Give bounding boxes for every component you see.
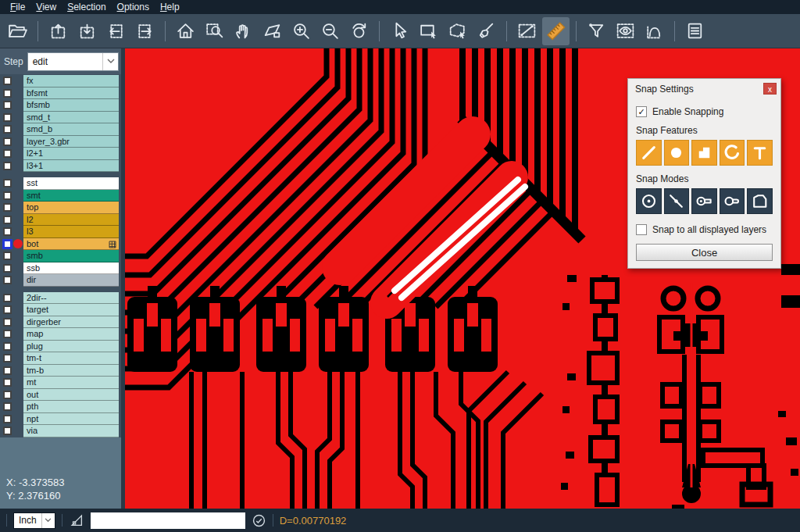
- all-layers-checkbox[interactable]: [636, 224, 647, 235]
- close-icon[interactable]: x: [763, 83, 777, 95]
- menu-item-help[interactable]: Help: [155, 0, 185, 14]
- layer-row-dir[interactable]: dir: [0, 274, 121, 287]
- report-list-button[interactable]: [681, 17, 709, 45]
- layer-name[interactable]: map: [23, 328, 119, 341]
- layer-row-smd_b[interactable]: smd_b: [0, 123, 121, 136]
- layer-name[interactable]: target: [23, 304, 119, 316]
- layer-name[interactable]: dirgerber: [23, 316, 119, 329]
- layer-name[interactable]: l2: [23, 214, 119, 227]
- layer-name[interactable]: 2dir--: [23, 292, 119, 305]
- snap-mode-midpoint-button[interactable]: [664, 188, 690, 214]
- snap-feature-arc-button[interactable]: [720, 140, 745, 166]
- layer-checkbox[interactable]: [3, 264, 12, 273]
- zoom-home-button[interactable]: [172, 17, 199, 45]
- layer-name[interactable]: bfsmt: [23, 87, 119, 100]
- layer-checkbox[interactable]: [3, 113, 12, 122]
- layer-checkbox[interactable]: [3, 378, 12, 387]
- layer-name[interactable]: fx: [23, 75, 119, 87]
- layer-name[interactable]: smt: [23, 190, 119, 202]
- layer-row-dirgerber[interactable]: dirgerber: [0, 316, 121, 329]
- unit-select[interactable]: Inch: [13, 512, 55, 529]
- layer-row-via[interactable]: via: [0, 425, 121, 437]
- layer-name[interactable]: plug: [23, 341, 119, 353]
- layer-checkbox[interactable]: [3, 216, 12, 224]
- layer-name[interactable]: tm-b: [23, 365, 119, 377]
- layer-row-l3[interactable]: l3: [0, 226, 121, 238]
- layer-checkbox[interactable]: [3, 402, 12, 411]
- layer-row-bfsmt[interactable]: bfsmt: [0, 87, 121, 100]
- snap-mode-center-button[interactable]: [636, 188, 662, 214]
- layer-row-top[interactable]: top: [0, 202, 121, 214]
- layer-name[interactable]: via: [23, 425, 119, 437]
- layer-checkbox[interactable]: [3, 342, 12, 351]
- snap-mode-pad-gate-filled-button[interactable]: [691, 188, 717, 214]
- layer-checkbox[interactable]: [3, 149, 12, 158]
- menu-item-file[interactable]: File: [5, 0, 30, 14]
- layer-row-smt[interactable]: smt: [0, 190, 121, 202]
- layer-checkbox[interactable]: [3, 240, 12, 248]
- zoom-in-button[interactable]: [288, 17, 315, 45]
- layer-name[interactable]: top: [23, 202, 119, 214]
- layer-checkbox[interactable]: [3, 89, 12, 98]
- layer-row-smb[interactable]: smb: [0, 250, 121, 262]
- layer-checkbox[interactable]: [3, 203, 12, 212]
- layer-row-fx[interactable]: fx: [0, 75, 121, 87]
- measure-points-button[interactable]: [513, 17, 541, 45]
- layer-name[interactable]: ssb: [23, 262, 119, 275]
- layer-row-target[interactable]: target: [0, 304, 121, 316]
- dialog-titlebar[interactable]: Snap Settings x: [628, 79, 780, 98]
- layer-checkbox[interactable]: [3, 294, 12, 302]
- layer-checkbox[interactable]: [3, 354, 12, 362]
- layer-checkbox[interactable]: [3, 391, 12, 399]
- close-button[interactable]: Close: [636, 244, 773, 261]
- layer-checkbox[interactable]: [3, 427, 12, 435]
- layer-row-tm-t[interactable]: tm-t: [0, 352, 121, 365]
- pcb-canvas[interactable]: Snap Settings x ✓ Enable Snapping Snap F…: [125, 48, 800, 509]
- layer-checkbox[interactable]: [3, 162, 12, 170]
- layer-checkbox[interactable]: [3, 276, 12, 284]
- layer-name[interactable]: bfsmb: [23, 99, 119, 112]
- layer-row-mt[interactable]: mt: [0, 377, 121, 389]
- pan-hand-button[interactable]: [230, 17, 257, 45]
- layer-name[interactable]: bot: [23, 238, 119, 251]
- layer-checkbox[interactable]: [3, 77, 12, 85]
- layer-name[interactable]: smd_t: [23, 112, 119, 124]
- open-project-button[interactable]: [4, 17, 31, 45]
- view-options-button[interactable]: [612, 17, 639, 45]
- step-select[interactable]: edit: [27, 52, 119, 71]
- layer-checkbox[interactable]: [3, 366, 12, 375]
- menu-item-selection[interactable]: Selection: [62, 0, 111, 14]
- layer-row-l3+1[interactable]: l3+1: [0, 160, 121, 173]
- select-polygon-button[interactable]: [444, 17, 471, 45]
- snap-feature-pad-button[interactable]: [664, 140, 690, 166]
- measure-arc-button[interactable]: [641, 17, 668, 45]
- layer-name[interactable]: out: [23, 389, 119, 402]
- layer-name[interactable]: l3: [23, 226, 119, 238]
- layer-checkbox[interactable]: [3, 318, 12, 327]
- select-cursor-button[interactable]: [386, 17, 413, 45]
- layer-row-l2+1[interactable]: l2+1: [0, 148, 121, 160]
- snap-feature-text-button[interactable]: [747, 140, 773, 166]
- load-layer-left-button[interactable]: [102, 17, 130, 45]
- layer-row-pth[interactable]: pth: [0, 401, 121, 413]
- zoom-region-button[interactable]: [201, 17, 228, 45]
- layer-row-plug[interactable]: plug: [0, 341, 121, 353]
- layer-row-sst[interactable]: sst: [0, 177, 121, 190]
- layer-row-bfsmb[interactable]: bfsmb: [0, 99, 121, 112]
- angle-corner-icon[interactable]: [69, 512, 84, 528]
- layer-name[interactable]: l3+1: [23, 160, 119, 173]
- layer-name[interactable]: sst: [23, 177, 119, 190]
- layer-row-l2[interactable]: l2: [0, 214, 121, 227]
- layer-row-tm-b[interactable]: tm-b: [0, 365, 121, 377]
- layer-row-layer_3.gbr[interactable]: layer_3.gbr: [0, 136, 121, 148]
- layer-name[interactable]: smd_b: [23, 123, 119, 136]
- snap-mode-corner-button[interactable]: [747, 188, 773, 214]
- load-layer-down-button[interactable]: [73, 17, 101, 45]
- layer-row-out[interactable]: out: [0, 389, 121, 402]
- layer-checkbox[interactable]: [3, 101, 12, 109]
- layer-checkbox[interactable]: [3, 330, 12, 338]
- snap-feature-line-button[interactable]: [636, 140, 662, 166]
- layer-name[interactable]: l2+1: [23, 148, 119, 160]
- filter-tool-button[interactable]: [583, 17, 610, 45]
- layer-name[interactable]: pth: [23, 401, 119, 413]
